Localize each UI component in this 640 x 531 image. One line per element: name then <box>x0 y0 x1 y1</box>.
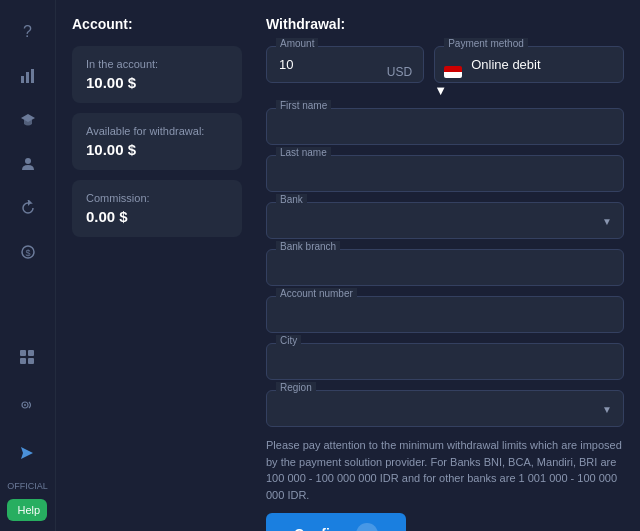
region-select[interactable] <box>266 390 624 427</box>
account-title: Account: <box>72 16 242 32</box>
confirm-label: Confirm <box>294 526 348 531</box>
help-button[interactable]: Help <box>7 499 47 521</box>
available-label: Available for withdrawal: <box>86 125 228 137</box>
currency-unit: USD <box>387 65 412 79</box>
payment-method-group: Payment method Online debit ▼ <box>434 46 624 98</box>
commission-label: Commission: <box>86 192 228 204</box>
refresh-icon[interactable] <box>10 190 46 226</box>
amount-label: Amount <box>276 38 318 49</box>
account-panel: Account: In the account: 10.00 $ Availab… <box>72 16 242 515</box>
bank-label: Bank <box>276 194 307 205</box>
region-label: Region <box>276 382 316 393</box>
region-group: Region ▼ <box>266 390 624 427</box>
svg-marker-9 <box>21 447 33 459</box>
svg-rect-1 <box>26 72 29 83</box>
commission-value: 0.00 $ <box>86 208 228 225</box>
first-name-row: First name <box>266 108 624 145</box>
user-icon[interactable] <box>10 146 46 182</box>
city-row: City <box>266 343 624 380</box>
withdrawal-panel: Withdrawal: Amount USD Payment method On… <box>266 16 624 515</box>
chart-icon[interactable] <box>10 58 46 94</box>
city-group: City <box>266 343 624 380</box>
account-number-group: Account number <box>266 296 624 333</box>
available-value: 10.00 $ <box>86 141 228 158</box>
gear-sound-icon[interactable] <box>9 387 45 423</box>
notice-text: Please pay attention to the minimum with… <box>266 437 624 503</box>
svg-point-4 <box>25 158 31 164</box>
bank-branch-row: Bank branch <box>266 249 624 286</box>
svg-rect-2 <box>31 69 34 83</box>
first-name-label: First name <box>276 100 331 111</box>
last-name-label: Last name <box>276 147 331 158</box>
question-icon[interactable]: ? <box>10 14 46 50</box>
region-row: Region ▼ <box>266 390 624 427</box>
city-input[interactable] <box>266 343 624 380</box>
payment-method-arrow: ▼ <box>434 83 447 98</box>
svg-point-8 <box>24 404 26 406</box>
graduation-icon[interactable] <box>10 102 46 138</box>
svg-text:$: $ <box>25 248 30 258</box>
indonesia-flag-icon <box>444 66 462 78</box>
main-content: Account: In the account: 10.00 $ Availab… <box>56 0 640 531</box>
bank-group: Bank ▼ <box>266 202 624 239</box>
sidebar: ? $ <box>0 0 56 531</box>
amount-field-group: Amount USD <box>266 46 424 98</box>
confirm-arrow-icon: → <box>356 523 378 531</box>
withdrawal-title: Withdrawal: <box>266 16 624 32</box>
bank-branch-label: Bank branch <box>276 241 340 252</box>
in-account-value: 10.00 $ <box>86 74 228 91</box>
last-name-group: Last name <box>266 155 624 192</box>
bank-select[interactable] <box>266 202 624 239</box>
grid-icon[interactable] <box>9 339 45 375</box>
account-number-row: Account number <box>266 296 624 333</box>
first-name-group: First name <box>266 108 624 145</box>
city-label: City <box>276 335 301 346</box>
in-account-card: In the account: 10.00 $ <box>72 46 242 103</box>
amount-payment-row: Amount USD Payment method Online debit ▼ <box>266 46 624 98</box>
in-account-label: In the account: <box>86 58 228 70</box>
commission-card: Commission: 0.00 $ <box>72 180 242 237</box>
bank-branch-group: Bank branch <box>266 249 624 286</box>
coin-icon[interactable]: $ <box>10 234 46 270</box>
bank-row: Bank ▼ <box>266 202 624 239</box>
bank-branch-input[interactable] <box>266 249 624 286</box>
last-name-row: Last name <box>266 155 624 192</box>
first-name-input[interactable] <box>266 108 624 145</box>
confirm-button[interactable]: Confirm → <box>266 513 406 531</box>
svg-rect-0 <box>21 76 24 83</box>
account-number-label: Account number <box>276 288 357 299</box>
available-card: Available for withdrawal: 10.00 $ <box>72 113 242 170</box>
payment-method-label: Payment method <box>444 38 528 49</box>
last-name-input[interactable] <box>266 155 624 192</box>
account-number-input[interactable] <box>266 296 624 333</box>
payment-method-select[interactable]: Online debit <box>434 46 624 83</box>
send-icon[interactable] <box>9 435 45 471</box>
official-label: OFFICIAL <box>7 481 48 491</box>
